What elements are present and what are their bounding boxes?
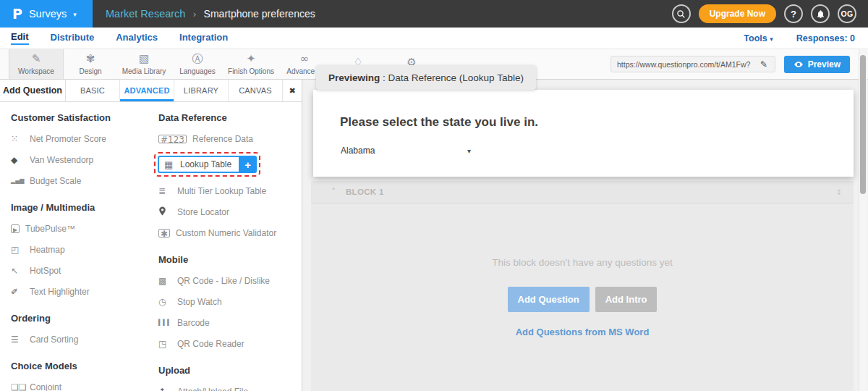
question-preview-card: Please select the state you live in. Ala…	[313, 90, 854, 177]
tab-analytics[interactable]: Analytics	[116, 32, 158, 44]
responses-count[interactable]: Responses: 0	[796, 33, 855, 43]
qr-code-icon: ▩	[158, 277, 177, 285]
toolbar-design-button[interactable]: ✾ Design	[64, 49, 117, 79]
question-type-heatmap[interactable]: ◰ Heatmap	[11, 239, 148, 260]
panel-tab-library[interactable]: LIBRARY	[174, 80, 229, 101]
upload-icon: ↥	[158, 387, 177, 391]
add-question-button[interactable]: Add Question	[508, 287, 590, 312]
panel-tab-basic[interactable]: BASIC	[66, 80, 120, 101]
block-actions: Add Question Add Intro	[508, 287, 658, 312]
question-type-qr-code-reader[interactable]: ◳ QR Code Reader	[158, 333, 302, 354]
collapse-block-icon[interactable]: ˄	[331, 187, 336, 197]
edit-url-pencil-icon[interactable]: ✎	[760, 59, 767, 70]
surveys-menu[interactable]: P Surveys ▾	[0, 0, 93, 28]
dropdown-selected-value: Alabama	[341, 146, 375, 156]
add-lookup-table-button[interactable]: +	[239, 156, 257, 173]
user-avatar[interactable]: OG	[838, 4, 856, 23]
lookup-table-highlight[interactable]: ▦ Lookup Table +	[154, 152, 260, 177]
magic-wand-icon: ✦	[247, 54, 256, 65]
question-type-attach-upload-file[interactable]: ↥ Attach/Upload File	[158, 381, 302, 391]
section-image-multimedia: Image / Multimedia	[11, 202, 148, 213]
search-button[interactable]	[672, 4, 691, 23]
nav-right: Tools ▾ Responses: 0	[744, 33, 855, 43]
breadcrumb-survey-name: Smartphone preferences	[204, 8, 315, 20]
question-type-budget-scale[interactable]: ▂▄▆ Budget Scale	[11, 170, 148, 191]
tab-edit[interactable]: Edit	[11, 31, 29, 45]
search-icon	[676, 9, 686, 19]
question-type-tubepulse[interactable]: ▸ TubePulse™	[11, 218, 148, 239]
toolbar-languages-button[interactable]: Ⓐ Languages	[171, 49, 224, 79]
lookup-table-icon: ▦	[164, 160, 180, 169]
panel-column-1: Customer Satisfaction ⁙ Net Promoter Sco…	[0, 102, 148, 391]
notifications-button[interactable]	[811, 4, 830, 23]
upgrade-now-button[interactable]: Upgrade Now	[699, 4, 776, 23]
empty-block-message: This block doesn't have any questions ye…	[492, 257, 672, 268]
block-header[interactable]: ˄ BLOCK 1 ↕	[311, 181, 854, 203]
question-type-conjoint[interactable]: ❏❏ Conjoint	[11, 377, 148, 391]
main-nav: Edit Distribute Analytics Integration To…	[0, 28, 868, 49]
question-type-hotspot[interactable]: ↖ HotSpot	[11, 260, 148, 281]
lookup-table-chip[interactable]: ▦ Lookup Table	[158, 156, 239, 173]
barcode-icon: ▍▍▍	[158, 320, 177, 326]
workspace-icon: ✎	[32, 54, 41, 65]
nps-scale-icon: ⁙	[11, 135, 30, 143]
question-type-lookup-table[interactable]: ▦ Lookup Table +	[154, 151, 302, 178]
numbered-list-icon: ☰	[11, 335, 30, 344]
state-dropdown[interactable]: Alabama ▾	[341, 146, 471, 156]
preview-question-text: Please select the state you live in.	[340, 115, 538, 130]
question-type-text-highlighter[interactable]: ✐ Text Highlighter	[11, 281, 148, 302]
add-question-panel: Add Question BASIC ADVANCED LIBRARY CANV…	[0, 80, 302, 391]
numeric-validator-icon: ✱	[158, 229, 170, 237]
breadcrumb-folder-link[interactable]: Market Research	[106, 8, 185, 20]
question-type-qr-like-dislike[interactable]: ▩ QR Code - Like / Dislike	[158, 270, 302, 291]
question-type-store-locator[interactable]: Store Locator	[158, 201, 302, 222]
bar-chart-icon: ▂▄▆	[11, 178, 30, 184]
chevron-down-icon: ▾	[73, 11, 77, 18]
survey-block: ˄ BLOCK 1 ↕ This block doesn't have any …	[311, 181, 854, 391]
add-intro-button[interactable]: Add Intro	[595, 287, 658, 312]
price-tag-icon: ◆	[11, 156, 30, 164]
panel-column-2: Data Reference #123 Reference Data ▦ Loo…	[148, 102, 302, 391]
close-panel-icon[interactable]: ✖	[283, 80, 302, 101]
question-type-multi-tier-lookup-table[interactable]: ≣ Multi Tier Lookup Table	[158, 180, 302, 201]
toolbar-finish-options-button[interactable]: ✦ Finish Options	[224, 49, 278, 79]
translate-icon: Ⓐ	[192, 54, 203, 65]
header-actions: Upgrade Now ? OG	[672, 0, 856, 28]
question-type-van-westendorp[interactable]: ◆ Van Westendorp	[11, 149, 148, 170]
block-drag-icon[interactable]: ↕	[836, 188, 842, 196]
stopwatch-icon: ◷	[158, 298, 177, 306]
toolbar-workspace-button[interactable]: ✎ Workspace	[9, 49, 64, 79]
stacked-drawers-icon: ≣	[158, 187, 177, 196]
chain-link-icon: ∞	[300, 54, 310, 65]
tab-distribute[interactable]: Distribute	[51, 32, 95, 44]
question-type-barcode[interactable]: ▍▍▍ Barcode	[158, 312, 302, 333]
toolbar-media-library-button[interactable]: ▧ Media Library	[117, 49, 171, 79]
tab-integration[interactable]: Integration	[179, 32, 228, 44]
survey-builder-app: P Surveys ▾ Market Research › Smartphone…	[0, 0, 868, 391]
reference-data-icon: #123	[158, 135, 187, 143]
section-mobile: Mobile	[158, 254, 302, 265]
section-choice-models: Choice Models	[11, 361, 148, 371]
question-type-reference-data[interactable]: #123 Reference Data	[158, 128, 302, 149]
add-questions-from-ms-word-link[interactable]: Add Questions from MS Word	[516, 327, 650, 337]
question-type-stop-watch[interactable]: ◷ Stop Watch	[158, 291, 302, 312]
tools-menu[interactable]: Tools ▾	[744, 33, 773, 43]
question-type-custom-numeric-validator[interactable]: ✱ Custom Numeric Validator	[158, 222, 302, 243]
panel-title: Add Question	[0, 80, 66, 101]
question-type-net-promoter-score[interactable]: ⁙ Net Promoter Score	[11, 128, 148, 149]
block-body: This block doesn't have any questions ye…	[311, 203, 854, 391]
section-customer-satisfaction: Customer Satisfaction	[11, 112, 148, 123]
panel-tab-bar: Add Question BASIC ADVANCED LIBRARY CANV…	[0, 80, 302, 102]
panel-tab-advanced[interactable]: ADVANCED	[120, 80, 174, 101]
help-button[interactable]: ?	[784, 4, 803, 23]
panel-body: Customer Satisfaction ⁙ Net Promoter Sco…	[0, 102, 302, 391]
survey-url-field[interactable]	[616, 59, 760, 70]
surveys-menu-label: Surveys	[29, 8, 67, 20]
preview-button[interactable]: Preview	[784, 56, 850, 73]
scrollbar-thumb[interactable]	[860, 55, 866, 194]
heatmap-icon: ◰	[11, 245, 30, 254]
panel-tab-canvas[interactable]: CANVAS	[229, 80, 283, 101]
vertical-scrollbar[interactable]	[859, 49, 867, 391]
cursor-icon: ↖	[11, 266, 30, 275]
question-type-card-sorting[interactable]: ☰ Card Sorting	[11, 329, 148, 350]
